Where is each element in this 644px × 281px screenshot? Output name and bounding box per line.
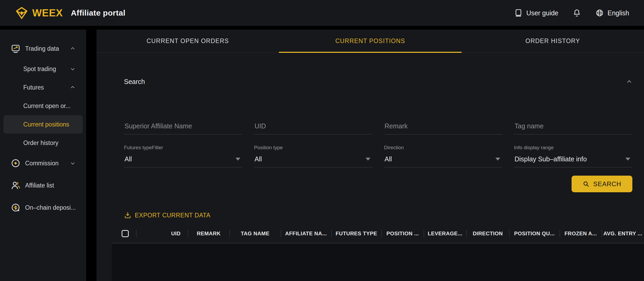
export-current-data-button[interactable]: EXPORT CURRENT DATA xyxy=(124,211,632,219)
user-guide-link[interactable]: User guide xyxy=(514,9,558,17)
page-title: Affiliate portal xyxy=(71,8,125,17)
info-display-range-select[interactable]: Display Sub–affiliate info xyxy=(514,151,632,167)
header-cell-position-type: POSITION ... xyxy=(381,224,424,243)
sidebar-item-affiliate-list[interactable]: Affiliate list xyxy=(3,174,83,196)
commission-diamond-icon xyxy=(11,158,20,168)
info-display-range-value: Display Sub–affiliate info xyxy=(514,155,587,163)
sidebar-item-current-positions[interactable]: Current positions xyxy=(3,115,83,134)
sidebar-item-trading-data[interactable]: Trading data xyxy=(3,38,83,60)
sidebar-item-label: Current positions xyxy=(23,121,69,128)
sidebar-item-label: Current open or... xyxy=(23,102,71,110)
trading-monitor-icon xyxy=(11,44,20,53)
chevron-up-icon xyxy=(70,46,75,51)
sidebar-item-order-history[interactable]: Order history xyxy=(3,134,83,152)
header-cell-direction: DIRECTION xyxy=(466,224,509,243)
globe-icon xyxy=(595,9,604,17)
header-cell-checkbox xyxy=(112,224,136,243)
sidebar-item-onchain-deposit[interactable]: On–chain deposi... xyxy=(3,196,83,219)
sidebar-item-label: Futures xyxy=(23,84,44,91)
header-cell-leverage: LEVERAGE... xyxy=(424,224,466,243)
info-display-range-select-group: Info display range Display Sub–affiliate… xyxy=(514,145,632,167)
sidebar-item-label: Commission xyxy=(25,160,59,167)
sidebar-item-commission[interactable]: Commission xyxy=(3,152,83,174)
top-bar: WEEX Affiliate portal User guide English xyxy=(0,0,644,26)
sidebar: Trading data Spot trading Futures Curren… xyxy=(0,30,86,281)
book-icon xyxy=(514,9,523,17)
header-cell-remark: REMARK xyxy=(188,224,229,243)
onchain-transfer-icon xyxy=(11,203,20,212)
position-type-label: Position type xyxy=(254,145,372,151)
tag-name-input[interactable] xyxy=(514,122,632,134)
table-header-row: UID REMARK TAG NAME AFFILIATE NA... FUTU… xyxy=(112,224,644,243)
header-cell-uid: UID xyxy=(136,224,188,243)
chevron-up-icon xyxy=(70,85,75,90)
search-icon xyxy=(583,181,590,188)
download-icon xyxy=(124,212,131,219)
header-cell-futures-type: FUTURES TYPE xyxy=(331,224,381,243)
export-label: EXPORT CURRENT DATA xyxy=(135,212,210,219)
header-cell-frozen-amount: FROZEN A... xyxy=(560,224,602,243)
header-cell-avg-entry: AVG. ENTRY ... xyxy=(602,224,644,243)
chevron-down-icon xyxy=(70,161,75,166)
sidebar-item-futures[interactable]: Futures xyxy=(3,78,83,97)
tab-order-history[interactable]: ORDER HISTORY xyxy=(462,30,644,53)
tab-current-positions[interactable]: CURRENT POSITIONS xyxy=(279,30,461,53)
search-button-label: SEARCH xyxy=(593,180,621,188)
futures-type-select-group: Futures typeFilter All xyxy=(124,145,242,167)
chevron-down-icon xyxy=(70,66,75,72)
sidebar-item-label: Spot trading xyxy=(23,65,56,73)
notifications-button[interactable] xyxy=(573,9,581,17)
weex-logo-icon xyxy=(15,7,29,19)
header-cell-position-quantity: POSITION QU... xyxy=(509,224,560,243)
brand: WEEX xyxy=(15,7,63,19)
positions-table: UID REMARK TAG NAME AFFILIATE NA... FUTU… xyxy=(112,224,644,281)
brand-name: WEEX xyxy=(32,7,63,19)
sidebar-item-spot-trading[interactable]: Spot trading xyxy=(3,60,83,78)
search-button[interactable]: SEARCH xyxy=(572,176,632,192)
sidebar-item-label: On–chain deposi... xyxy=(25,204,76,211)
people-icon xyxy=(11,181,20,190)
sidebar-item-current-open-orders[interactable]: Current open or... xyxy=(3,97,83,115)
collapse-panel-chevron-icon[interactable] xyxy=(626,78,632,85)
position-type-value: All xyxy=(255,155,262,163)
main-content: CURRENT OPEN ORDERS CURRENT POSITIONS OR… xyxy=(96,30,644,281)
position-type-select-group: Position type All xyxy=(254,145,372,167)
user-guide-label: User guide xyxy=(526,9,558,17)
position-type-select[interactable]: All xyxy=(254,151,372,167)
select-all-checkbox[interactable] xyxy=(122,230,129,237)
futures-type-label: Futures typeFilter xyxy=(124,145,242,151)
sidebar-item-label: Affiliate list xyxy=(25,182,54,189)
sidebar-item-label: Order history xyxy=(23,139,58,147)
futures-type-select[interactable]: All xyxy=(124,151,242,167)
remark-input[interactable] xyxy=(384,122,503,134)
language-label: English xyxy=(608,9,629,17)
direction-label: Direction xyxy=(384,145,503,151)
language-selector[interactable]: English xyxy=(595,9,629,17)
caret-down-icon xyxy=(366,158,370,161)
tab-bar: CURRENT OPEN ORDERS CURRENT POSITIONS OR… xyxy=(96,30,644,53)
search-panel-title: Search xyxy=(124,78,145,86)
direction-value: All xyxy=(385,155,392,163)
header-cell-affiliate-name: AFFILIATE NA... xyxy=(281,224,331,243)
caret-down-icon xyxy=(625,158,630,161)
bell-icon xyxy=(573,9,581,17)
uid-input[interactable] xyxy=(254,122,372,134)
superior-affiliate-name-input[interactable] xyxy=(124,122,242,134)
header-cell-tag-name: TAG NAME xyxy=(229,224,281,243)
direction-select[interactable]: All xyxy=(384,151,503,167)
direction-select-group: Direction All xyxy=(384,145,503,167)
futures-type-value: All xyxy=(125,155,132,163)
caret-down-icon xyxy=(236,158,240,161)
sidebar-item-label: Trading data xyxy=(25,45,59,52)
tab-current-open-orders[interactable]: CURRENT OPEN ORDERS xyxy=(96,30,279,53)
table-body-empty xyxy=(112,243,644,281)
info-display-range-label: Info display range xyxy=(514,145,632,151)
caret-down-icon xyxy=(495,158,500,161)
